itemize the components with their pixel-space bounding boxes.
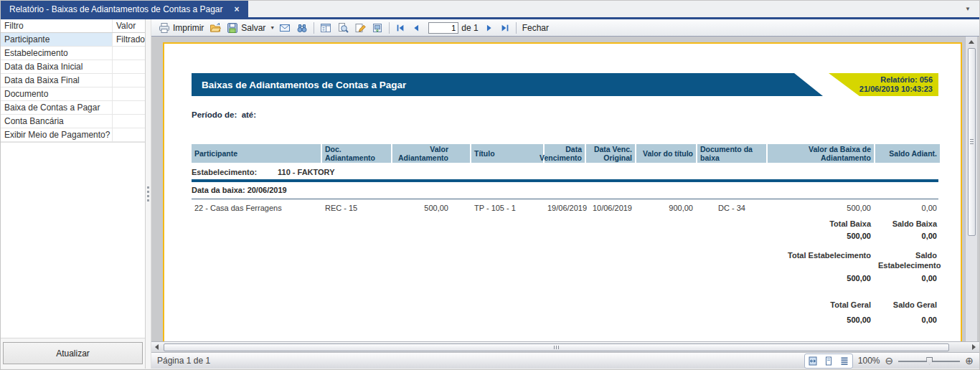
close-icon[interactable]: × <box>235 4 240 14</box>
vertical-scrollbar[interactable] <box>965 37 977 341</box>
filter-value[interactable] <box>112 101 145 114</box>
filter-value[interactable] <box>112 60 145 73</box>
chevron-down-icon: ▼ <box>965 6 971 12</box>
total-estabelecimento-value: 500,00 <box>768 273 874 283</box>
sidebar-footer: Atualizar <box>1 338 145 369</box>
cell-valor-titulo: 900,00 <box>636 203 696 213</box>
chevron-down-icon: ▼ <box>270 25 275 30</box>
filter-label[interactable]: Documento <box>1 87 112 100</box>
scroll-right-button[interactable] <box>969 342 979 352</box>
total-baixa-label: Total Baixa <box>768 218 874 229</box>
zoom-in-button[interactable]: ⊕ <box>965 356 974 366</box>
totals-geral-labels: Total Geral Saldo Geral <box>192 299 938 310</box>
cell-valor-baixa: 500,00 <box>768 203 874 213</box>
cell-doc-adiantamento: REC - 15 <box>322 203 391 213</box>
print-button[interactable]: Imprimir <box>156 21 207 35</box>
first-page-button[interactable] <box>392 22 408 34</box>
filter-value[interactable] <box>112 128 145 141</box>
filter-row-documento[interactable]: Documento <box>1 87 145 101</box>
view-mode-group <box>804 354 853 369</box>
column-header: Data Venc. Original <box>586 144 635 163</box>
save-button[interactable]: Salvar <box>224 21 268 35</box>
filter-value[interactable] <box>112 47 145 60</box>
page-info-label: Página 1 de 1 <box>157 356 210 366</box>
column-header: Participante <box>192 144 321 163</box>
pencil-icon <box>354 22 366 34</box>
period-label: Período de: até: <box>192 110 938 119</box>
establishment-row: Estabelecimento: 110 - FAKTORY <box>192 166 938 178</box>
tab-relatorio[interactable]: Relatório - Baixas de Adiantamentos de C… <box>1 1 248 17</box>
group-divider <box>192 199 938 199</box>
filter-row-conta-bancaria[interactable]: Conta Bancária <box>1 115 145 128</box>
report-number-badge: Relatório: 056 21/06/2019 10:43:23 <box>829 73 938 96</box>
filter-label[interactable]: Data da Baixa Inicial <box>1 60 112 73</box>
report-table-header: Participante Doc. Adiantamento Valor Adi… <box>192 144 938 163</box>
tab-overflow-button[interactable]: ▼ <box>956 1 979 17</box>
page-width-icon <box>808 356 818 366</box>
filter-label[interactable]: Conta Bancária <box>1 115 112 128</box>
column-header: Data Vencimento <box>545 144 585 163</box>
first-page-icon <box>395 23 405 33</box>
filter-row-estabelecimento[interactable]: Estabelecimento <box>1 47 145 60</box>
previous-page-button[interactable] <box>408 22 424 34</box>
email-button[interactable] <box>276 21 293 35</box>
find-button[interactable] <box>293 21 311 35</box>
printer-icon <box>159 22 170 34</box>
totals-estabelecimento-labels: Total Estabelecimento Saldo Estabelecime… <box>192 250 938 271</box>
toolbar-separator <box>389 22 390 34</box>
binoculars-icon <box>296 22 308 34</box>
saldo-baixa-value: 0,00 <box>875 231 940 241</box>
next-page-button[interactable] <box>481 22 497 34</box>
document-map-button[interactable] <box>317 21 334 35</box>
scroll-up-button[interactable] <box>966 37 977 47</box>
filter-label[interactable]: Estabelecimento <box>1 47 112 60</box>
zoom-tool-button[interactable] <box>334 21 352 35</box>
totals-geral-values: 500,00 0,00 <box>192 315 938 325</box>
cell-data-vencimento: 19/06/2019 <box>545 203 585 213</box>
open-button[interactable] <box>207 21 224 35</box>
filter-sidebar: Filtro Valor Participante Filtrado Estab… <box>1 19 146 369</box>
table-row: 22 - Casa das Ferragens REC - 15 500,00 … <box>192 203 938 213</box>
last-page-icon <box>500 23 510 33</box>
save-dropdown-button[interactable]: ▼ <box>268 25 276 30</box>
scroll-left-button[interactable] <box>151 342 162 352</box>
zoom-slider[interactable] <box>898 356 960 366</box>
zoom-out-button[interactable]: ⊖ <box>885 356 894 366</box>
filter-row-participante[interactable]: Participante Filtrado <box>1 33 145 47</box>
horizontal-scroll-thumb[interactable] <box>164 343 949 351</box>
filter-row-data-baixa-inicial[interactable]: Data da Baixa Inicial <box>1 60 145 74</box>
grip-icon <box>554 346 560 349</box>
update-button[interactable]: Atualizar <box>3 342 143 364</box>
page-width-view-button[interactable] <box>806 355 820 367</box>
horizontal-scrollbar[interactable] <box>151 341 979 352</box>
column-header: Valor do título <box>636 144 696 163</box>
watermark-button[interactable] <box>369 21 386 35</box>
filter-label[interactable]: Data da Baixa Final <box>1 74 112 87</box>
page-number-input[interactable] <box>428 22 458 34</box>
report-number: Relatório: 056 <box>829 75 933 85</box>
zoom-slider-thumb[interactable] <box>926 357 933 365</box>
filter-value[interactable] <box>112 115 145 128</box>
saldo-estabelecimento-label: Saldo Estabelecimento <box>875 250 940 271</box>
total-estabelecimento-label: Total Estabelecimento <box>768 250 874 271</box>
report-title: Baixas de Adiantamentos de Contas a Paga… <box>202 80 406 90</box>
filter-value[interactable]: Filtrado <box>112 33 145 46</box>
last-page-button[interactable] <box>497 22 513 34</box>
filter-label[interactable]: Baixa de Contas a Pagar <box>1 101 112 114</box>
vertical-scroll-thumb[interactable] <box>968 48 976 236</box>
filter-value[interactable] <box>112 87 145 100</box>
continuous-view-button[interactable] <box>837 355 852 367</box>
filter-row-exibir-meio-pagamento[interactable]: Exibir Meio de Pagamento? <box>1 128 145 142</box>
filter-row-data-baixa-final[interactable]: Data da Baixa Final <box>1 74 145 87</box>
column-header: Valor Adiantamento <box>392 144 470 163</box>
filter-label[interactable]: Participante <box>1 33 112 46</box>
edit-button[interactable] <box>352 21 369 35</box>
panel-splitter[interactable] <box>146 19 151 369</box>
establishment-label: Estabelecimento: <box>192 168 278 176</box>
filter-label[interactable]: Exibir Meio de Pagamento? <box>1 128 112 141</box>
close-report-button[interactable]: Fechar <box>519 22 552 34</box>
filter-row-baixa-contas-pagar[interactable]: Baixa de Contas a Pagar <box>1 101 145 115</box>
envelope-icon <box>279 22 291 34</box>
single-page-view-button[interactable] <box>821 355 836 367</box>
filter-value[interactable] <box>112 74 145 87</box>
